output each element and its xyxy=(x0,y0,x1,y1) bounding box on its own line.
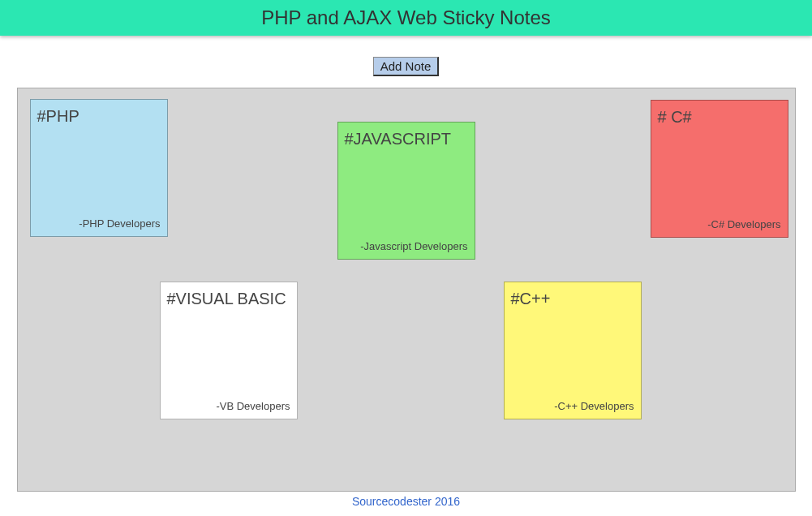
sticky-note[interactable]: #JAVASCRIPT-Javascript Developers xyxy=(337,122,475,260)
note-author: -Javascript Developers xyxy=(360,240,467,252)
add-note-button[interactable]: Add Note xyxy=(373,57,440,76)
sticky-note[interactable]: #PHP-PHP Developers xyxy=(30,99,168,237)
note-title: #JAVASCRIPT xyxy=(345,129,468,148)
page-title: PHP and AJAX Web Sticky Notes xyxy=(0,6,812,29)
note-title: #C++ xyxy=(511,289,634,308)
header: PHP and AJAX Web Sticky Notes xyxy=(0,0,812,36)
note-author: -VB Developers xyxy=(216,400,290,412)
note-author: -C# Developers xyxy=(707,218,780,230)
note-title: #PHP xyxy=(37,106,161,126)
note-title: #VISUAL BASIC xyxy=(167,289,290,308)
sticky-note[interactable]: #VISUAL BASIC-VB Developers xyxy=(160,282,298,419)
footer-text: Sourcecodester 2016 xyxy=(352,495,460,508)
toolbar: Add Note xyxy=(0,36,812,88)
footer: Sourcecodester 2016 xyxy=(0,492,812,511)
note-title: # C# xyxy=(658,107,781,127)
notes-board[interactable]: #PHP-PHP Developers#JAVASCRIPT-Javascrip… xyxy=(17,88,796,492)
note-author: -C++ Developers xyxy=(554,400,634,412)
note-author: -PHP Developers xyxy=(79,217,160,230)
sticky-note[interactable]: #C++-C++ Developers xyxy=(504,282,642,419)
sticky-note[interactable]: # C#-C# Developers xyxy=(651,100,788,238)
